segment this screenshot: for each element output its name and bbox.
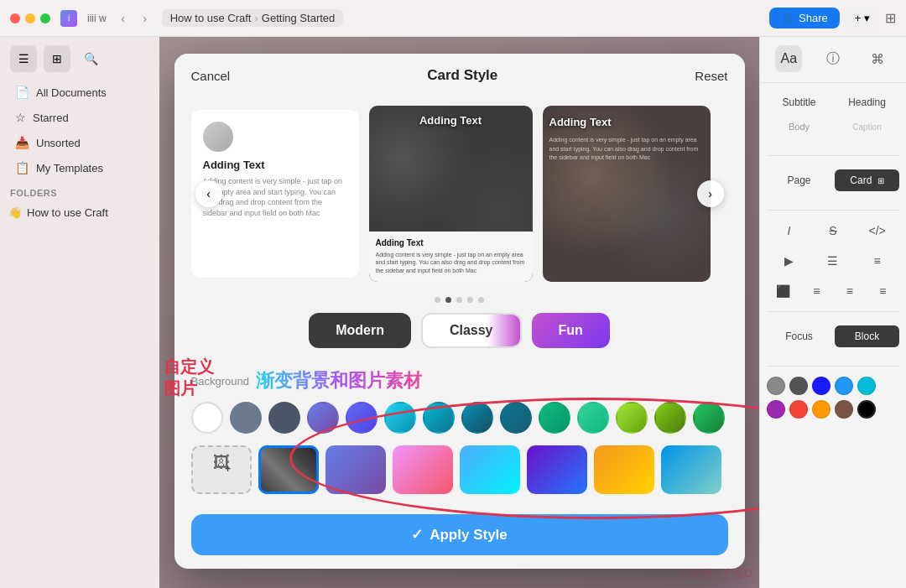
block-style-section: Page Card ⊞ [760, 161, 906, 205]
all-docs-icon: 📄 [15, 86, 29, 99]
color-cyan[interactable] [857, 377, 876, 395]
minimize-button[interactable] [25, 13, 35, 23]
swatch-gray[interactable] [230, 402, 262, 434]
align-center-button[interactable]: ≡ [804, 279, 828, 303]
numbered-list-button[interactable]: ≡ [866, 249, 889, 273]
italic-button[interactable]: I [777, 219, 800, 242]
upload-image-button[interactable]: 🖼 + [191, 445, 252, 494]
color-blue[interactable] [835, 377, 853, 395]
text-style-section: Subtitle Heading Body Caption [760, 83, 906, 150]
body-style-button[interactable]: Body [767, 117, 831, 137]
preview-title-3: Adding Text [549, 116, 704, 128]
play-button[interactable]: ▶ [777, 249, 800, 273]
apply-style-label: Apply Style [430, 527, 508, 544]
color-brown[interactable] [835, 400, 853, 419]
heading-style-button[interactable]: Heading [835, 91, 899, 113]
sidebar-item-unsorted[interactable]: 📥 Unsorted [7, 131, 153, 154]
swatch-cyan[interactable] [384, 402, 416, 434]
tab-info[interactable]: ⓘ [820, 45, 846, 72]
caption-style-button[interactable]: Caption [835, 117, 899, 137]
sidebar-panel-toggle[interactable]: ☰ [10, 45, 37, 72]
swatch-yellow-green[interactable] [654, 402, 686, 434]
top-bar: i iiii w ‹ › How to use Craft › Getting … [0, 0, 906, 37]
add-button[interactable]: + ▾ [846, 8, 878, 29]
unsorted-icon: 📥 [15, 136, 29, 149]
swatch-indigo[interactable] [346, 402, 378, 434]
color-black[interactable] [857, 400, 876, 419]
starred-icon: ☆ [15, 111, 26, 124]
swatch-teal-2[interactable] [461, 402, 493, 434]
align-right-button[interactable]: ≡ [838, 279, 862, 303]
traffic-lights [10, 13, 50, 23]
carousel-next-button[interactable]: › [697, 180, 724, 207]
style-classy-button[interactable]: Classy [421, 313, 522, 348]
nav-forward[interactable]: › [135, 8, 155, 29]
swatch-lime[interactable] [616, 402, 648, 434]
focus-block-section: Focus Block [760, 317, 906, 361]
align-justify-button[interactable]: ≡ [871, 279, 894, 303]
align-left-button[interactable]: ⬛ [772, 279, 795, 303]
style-fun-button[interactable]: Fun [532, 313, 610, 348]
color-blue-dark[interactable] [812, 377, 830, 395]
sidebar-grid-toggle[interactable]: ⊞ [44, 45, 70, 72]
share-button[interactable]: 👤 Share [769, 8, 840, 29]
cancel-button[interactable]: Cancel [191, 69, 231, 83]
sidebar-item-folder[interactable]: 👋 How to use Craft [0, 201, 159, 224]
page-style-button[interactable]: Page [767, 169, 831, 191]
swatch-emerald[interactable] [693, 402, 725, 434]
color-orange[interactable] [812, 400, 830, 419]
swatch-darkgray[interactable] [268, 402, 300, 434]
sidebar-item-all-docs[interactable]: 📄 All Documents [7, 81, 153, 104]
image-swatch-ocean[interactable] [460, 445, 520, 494]
color-red[interactable] [789, 400, 808, 419]
layout-button[interactable]: ⊞ [885, 10, 896, 26]
search-button[interactable]: 🔍 [77, 45, 104, 72]
strikethrough-button[interactable]: S [821, 219, 845, 242]
bullet-list-button[interactable]: ☰ [821, 249, 845, 273]
subtitle-style-button[interactable]: Subtitle [767, 91, 831, 113]
color-dark-gray[interactable] [789, 377, 808, 395]
image-swatch-space[interactable] [527, 445, 587, 494]
swatch-green[interactable] [539, 402, 570, 434]
fullscreen-button[interactable] [40, 13, 50, 23]
card-icon: ⊞ [877, 176, 884, 185]
style-modern-button[interactable]: Modern [309, 313, 411, 348]
sidebar-item-starred[interactable]: ☆ Starred [7, 106, 153, 129]
swatch-purple-blue[interactable] [307, 402, 339, 434]
panel-tabs: Aa ⓘ ⌘ [760, 45, 906, 83]
carousel-prev-button[interactable]: ‹ [195, 180, 222, 207]
image-swatch-galaxy[interactable] [325, 445, 386, 494]
sidebar-item-templates[interactable]: 📋 My Templates [7, 156, 153, 180]
swatch-white[interactable] [191, 402, 223, 434]
swatch-dark-teal[interactable] [500, 402, 532, 434]
image-swatch-sky[interactable] [661, 445, 721, 494]
image-swatch-grunge[interactable] [258, 445, 319, 494]
preview-avatar [203, 122, 233, 152]
block-button[interactable]: Block [835, 325, 899, 347]
code-button[interactable]: </> [866, 219, 889, 242]
nav-back[interactable]: ‹ [113, 8, 133, 29]
bg-label: Background 渐变背景和图片素材 [191, 368, 728, 393]
modal-title: Card Style [230, 67, 695, 84]
add-icon: + [855, 12, 862, 24]
focus-button[interactable]: Focus [767, 325, 831, 347]
sidebar: ☰ ⊞ 🔍 📄 All Documents ☆ Starred 📥 Unsort… [0, 37, 159, 588]
preview-text-1: Adding content is very simple - just tap… [203, 176, 347, 218]
tab-text-format[interactable]: Aa [775, 45, 802, 72]
color-purple[interactable] [767, 400, 785, 419]
share-label: Share [799, 12, 828, 24]
modal-overlay[interactable]: Cancel Card Style Reset ‹ Adding Text Ad… [159, 37, 759, 588]
close-button[interactable] [10, 13, 20, 23]
swatch-teal-1[interactable] [423, 402, 455, 434]
color-gray[interactable] [767, 377, 785, 395]
card-style-button[interactable]: Card ⊞ [835, 169, 899, 191]
reset-button[interactable]: Reset [695, 69, 727, 83]
image-swatches: 🖼 + [191, 445, 728, 494]
swatch-light-green[interactable] [577, 402, 609, 434]
apply-style-button[interactable]: ✓ Apply Style [191, 514, 728, 555]
tab-shortcuts[interactable]: ⌘ [864, 45, 891, 72]
focus-block-grid: Focus Block [767, 325, 899, 347]
image-swatch-fluid[interactable] [393, 445, 453, 494]
image-swatch-nature[interactable] [594, 445, 654, 494]
dot-2 [445, 297, 451, 303]
